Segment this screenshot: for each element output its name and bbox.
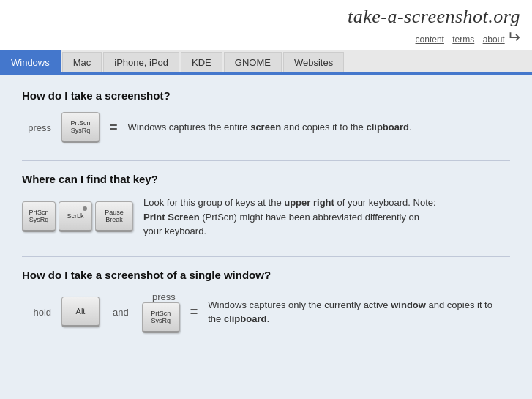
press-label: press <box>22 122 51 133</box>
about-link[interactable]: about <box>483 34 505 45</box>
tab-kde[interactable]: KDE <box>181 52 222 72</box>
main-content: How do I take a screenshot? press PrtScn… <box>0 75 532 399</box>
tab-gnome[interactable]: GNOME <box>224 52 282 72</box>
site-title: take-a-screenshot.org <box>12 6 520 28</box>
tab-mac[interactable]: Mac <box>62 52 102 72</box>
press-label2: press <box>146 291 176 302</box>
section2-demo: PrtScn SysRq ScrLk Pause Break Look for … <box>22 195 510 239</box>
prtscn-key2: PrtScn SysRq <box>142 302 180 333</box>
key3-line2: Break <box>105 216 123 223</box>
section2-description: Look for this group of keys at the upper… <box>143 195 436 239</box>
key-prtscn-line1: PrtScn <box>70 119 90 127</box>
key1-line2: SysRq <box>29 216 49 223</box>
scrlk-key: ScrLk <box>59 201 92 232</box>
section1-demo: press PrtScn SysRq = Windows captures th… <box>22 112 510 143</box>
section3-demo: hold Alt and press PrtScn SysRq = Window… <box>22 291 510 333</box>
section3-description: Windows captures only the currently acti… <box>208 298 501 327</box>
tab-websites[interactable]: Websites <box>283 52 344 72</box>
pause-break-key: Pause Break <box>95 201 133 232</box>
header-nav: content terms about ↵ <box>12 28 520 47</box>
section-screenshot: How do I take a screenshot? press PrtScn… <box>22 89 510 143</box>
key2-line1: ScrLk <box>67 212 83 220</box>
section2-title: Where can I find that key? <box>22 173 510 185</box>
key-prtscn-line2: SysRq <box>71 127 91 134</box>
alt-key: Alt <box>61 297 100 327</box>
key-s3-line1: PrtScn <box>151 310 171 317</box>
section-find-key: Where can I find that key? PrtScn SysRq … <box>22 173 510 239</box>
key1-line1: PrtScn <box>29 209 48 216</box>
terms-link[interactable]: terms <box>452 34 474 45</box>
key-group: PrtScn SysRq ScrLk Pause Break <box>22 201 133 232</box>
section-single-window: How do I take a screenshot of a single w… <box>22 269 510 333</box>
logo-curl: ↵ <box>507 28 520 47</box>
prtscn-sysrq-key: PrtScn SysRq <box>22 201 56 232</box>
divider1 <box>22 160 510 161</box>
alt-key-label: Alt <box>76 307 86 316</box>
content-link[interactable]: content <box>416 34 444 45</box>
header: take-a-screenshot.org content terms abou… <box>0 0 532 50</box>
key-s3-line2: SysRq <box>151 317 171 324</box>
equals-sign: = <box>110 120 118 135</box>
section1-title: How do I take a screenshot? <box>22 89 510 102</box>
divider2 <box>22 256 510 257</box>
equals-sign2: = <box>190 305 198 320</box>
key3-line1: Pause <box>105 209 124 216</box>
tab-bar: Windows Mac iPhone, iPod KDE GNOME Websi… <box>0 50 532 75</box>
tab-iphone-ipod[interactable]: iPhone, iPod <box>103 52 179 72</box>
hold-label: hold <box>22 307 51 318</box>
press-key-group: press PrtScn SysRq <box>142 291 180 333</box>
section3-title: How do I take a screenshot of a single w… <box>22 269 510 281</box>
tab-windows[interactable]: Windows <box>0 50 61 72</box>
section1-description: Windows captures the entire screen and c… <box>128 120 412 135</box>
and-label: and <box>113 307 129 318</box>
prtscn-key: PrtScn SysRq <box>61 112 100 143</box>
scrlk-indicator <box>83 206 87 211</box>
